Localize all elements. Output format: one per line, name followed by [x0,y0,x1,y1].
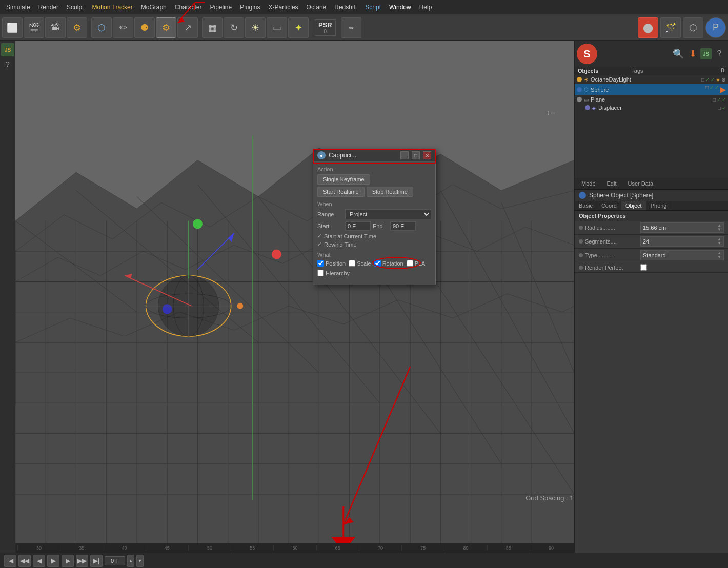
tl-play-btn[interactable]: ▶ [47,555,59,567]
toolbar-btn-arrows[interactable]: ⇔ [341,17,361,38]
objects-tab-label[interactable]: Objects [578,68,598,74]
toolbar-btn-active[interactable]: ⚙ [156,17,176,38]
rotation-checkbox[interactable] [374,260,381,267]
toolbar-btn-menu1[interactable]: ⬤ [638,17,658,38]
dialog-position-check: Position [317,260,346,267]
toolbar-btn-sun[interactable]: ✦ [288,17,309,38]
menu-xparticles[interactable]: X-Particles [265,3,302,12]
spinbtn-type[interactable]: ▲ ▼ [717,251,721,259]
tab-basic[interactable]: Basic [575,201,597,210]
spinbtn-down-segments[interactable]: ▼ [717,241,721,246]
toolbar-btn-move[interactable]: ⬡ [91,17,112,38]
dialog-range-select[interactable]: Project [345,209,431,219]
menu-character[interactable]: Character [171,3,206,12]
dialog-start-end-row: Start End [317,221,431,231]
ruler-mark-60: 60 [273,545,316,551]
dialog-stop-realtime-btn[interactable]: Stop Realtime [367,187,413,197]
spinbtn-segments[interactable]: ▲ ▼ [717,237,721,246]
frame-display[interactable]: 0 F [105,556,125,565]
tl-prev-btn[interactable]: ◀◀ [18,555,31,567]
menu-window[interactable]: Window [385,3,415,12]
toolbar-btn-bones[interactable]: ⚈ [134,17,155,38]
props-sphere-icon [579,192,586,199]
tab-object[interactable]: Object [621,201,646,210]
toolbar-btn-loop[interactable]: ↻ [224,17,244,38]
toolbar-btn-camera[interactable]: 📽 [45,17,66,38]
right-sidebar-magnify[interactable]: 🔍 [672,47,685,60]
tl-next-btn[interactable]: ▶▶ [76,555,88,567]
dialog-maximize-btn[interactable]: □ [412,151,420,159]
dialog-title-text: Cappuci... [329,152,356,159]
hierarchy-checkbox[interactable] [317,270,324,276]
dialog-start-field[interactable] [345,221,371,231]
tags-tab-label[interactable]: Tags [631,68,643,74]
toolbar-btn-grid[interactable]: ▦ [202,17,223,38]
menu-pipeline[interactable]: Pipeline [206,3,236,12]
dialog-single-keyframe-btn[interactable]: Single Keyframe [317,174,370,185]
toolbar-btn-cube[interactable]: ⬡ [683,17,703,38]
menu-sculpt[interactable]: Sculpt [63,3,88,12]
object-item-octanedaylight[interactable]: ☀ OctaneDayLight □ ✓ ✓ ★ ⚙ [575,75,728,84]
toolbar-btn-python[interactable]: P [705,17,726,38]
props-value-type[interactable]: Standard ▲ ▼ [640,250,724,260]
viewport[interactable]: Grid Spacing : 100 cm ↕↔ 30 35 40 45 50 … [15,41,574,553]
menu-help[interactable]: Help [415,3,436,12]
menu-simulate[interactable]: Simulate [2,3,34,12]
menu-script[interactable]: Script [361,3,385,12]
tl-frame-spin-down[interactable]: ▼ [136,555,144,567]
menu-plugins[interactable]: Plugins [236,3,264,12]
toolbar-btn-undo[interactable]: ⬜ [2,17,23,38]
edit-btn[interactable]: Edit [603,179,620,188]
toolbar-btn-rect[interactable]: ▭ [267,17,287,38]
toolbar-btn-render[interactable]: 🎬 [24,17,44,38]
object-item-displacer[interactable]: ◈ Displacer □ ✓ [575,104,728,112]
dialog-minimize-btn[interactable]: — [400,151,409,159]
dialog-start-realtime-btn[interactable]: Start Realtime [317,187,365,197]
spinbtn-down-radius[interactable]: ▼ [717,228,721,232]
spinbtn-radius[interactable]: ▲ ▼ [717,224,721,232]
right-sidebar-down[interactable]: ⬇ [686,47,699,60]
object-item-plane[interactable]: ▭ Plane □ ✓ ✓ [575,95,728,104]
position-checkbox[interactable] [317,260,324,267]
pla-checkbox[interactable] [407,260,413,267]
props-value-segments[interactable]: 24 ▲ ▼ [640,236,724,247]
menu-motion-tracker[interactable]: Motion Tracker [88,3,136,12]
sidebar-icon-js[interactable]: JS [1,43,14,56]
toolbar-btn-light[interactable]: ☀ [245,17,266,38]
toolbar-btn-arrow[interactable]: ↗ [177,17,198,38]
mode-btn[interactable]: Mode [578,179,599,188]
props-row-segments: Segments.... 24 ▲ ▼ [575,235,728,249]
tl-next-frame[interactable]: ▶ [62,555,74,567]
dialog-close-btn[interactable]: ✕ [423,151,431,159]
check-s1: □ [705,85,709,94]
menu-octane[interactable]: Octane [302,3,331,12]
menu-mograph[interactable]: MoGraph [137,3,171,12]
object-item-sphere[interactable]: ⬡ Sphere □ ✓ ✓ ▶ [575,84,728,95]
right-sidebar-js[interactable]: JS [700,48,712,59]
check-mark-start: ✓ [317,233,322,239]
dialog-end-field[interactable] [390,221,416,231]
render-perfect-checkbox[interactable] [640,264,647,271]
toolbar-btn-wand[interactable]: 🪄 [660,17,681,38]
user-data-btn[interactable]: User Data [624,179,657,188]
toolbar-btn-pen[interactable]: ✏ [113,17,133,38]
tab-phong[interactable]: Phong [646,201,672,210]
toolbar-btn-motion[interactable]: ⚙ [67,17,87,38]
menu-redshift[interactable]: Redshift [330,3,361,12]
menu-render[interactable]: Render [34,3,63,12]
tl-prev-frame[interactable]: ◀ [33,555,45,567]
props-value-radius[interactable]: 15.66 cm ▲ ▼ [640,222,724,233]
check1: □ [701,77,704,83]
tab-coord[interactable]: Coord [597,201,621,210]
spinbtn-down-type[interactable]: ▼ [717,255,721,259]
dialog-title-bar[interactable]: ● Cappuci... — □ ✕ [313,149,435,162]
check-d1: □ [718,105,721,111]
tl-end-btn[interactable]: ▶| [90,555,103,567]
tl-start-btn[interactable]: |◀ [4,555,16,567]
sidebar-icon-question[interactable]: ? [1,57,14,71]
object-checks-sphere: □ ✓ ✓ ▶ [705,85,726,94]
dialog-start-current-time: ✓ Start at Current Time [317,233,431,239]
scale-checkbox[interactable] [349,260,355,267]
tl-frame-spin-up[interactable]: ▲ [127,555,134,567]
right-sidebar-question[interactable]: ? [713,47,726,60]
